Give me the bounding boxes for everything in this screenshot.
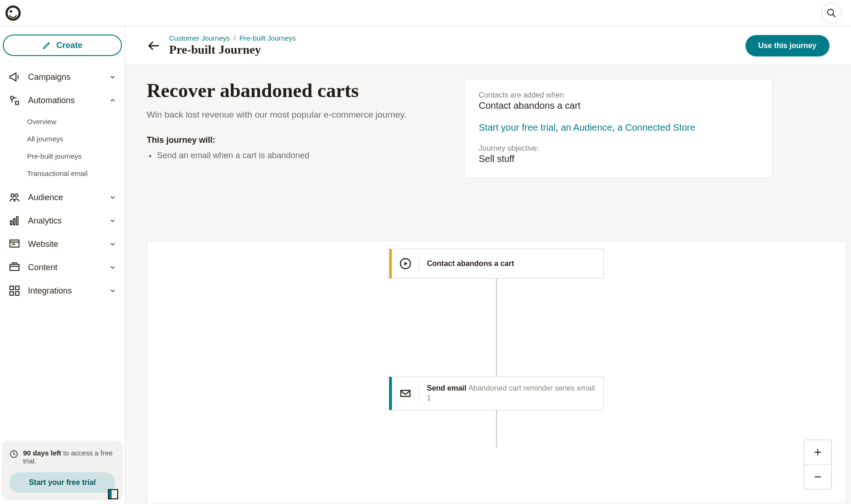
link-an-audience[interactable]: an Audience — [561, 122, 612, 133]
svg-rect-6 — [15, 101, 18, 105]
svg-point-8 — [15, 194, 18, 197]
zoom-controls: + − — [804, 440, 832, 490]
will-item: Send an email when a cart is abandoned — [157, 151, 446, 161]
zoom-out-button[interactable]: − — [804, 465, 831, 489]
svg-rect-13 — [10, 265, 19, 271]
search-icon — [826, 8, 837, 18]
link-start-free-trial[interactable]: Start your free trial — [479, 122, 556, 133]
svg-rect-11 — [16, 217, 18, 224]
crumb-customer-journeys[interactable]: Customer Journeys — [169, 34, 230, 42]
added-when-value: Contact abandons a cart — [479, 100, 758, 111]
svg-rect-12 — [10, 240, 19, 247]
subnav-transactional-email[interactable]: Transactional email — [27, 165, 125, 182]
start-node[interactable]: Contact abandons a cart — [389, 249, 604, 279]
create-button[interactable]: Create — [3, 35, 122, 56]
nav-integrations[interactable]: Integrations — [0, 279, 125, 302]
journey-description: Win back lost revenue with our most popu… — [147, 108, 446, 121]
page-title: Pre-built Journey — [169, 43, 296, 57]
svg-rect-17 — [15, 292, 19, 295]
arrow-left-icon — [147, 39, 161, 53]
zoom-in-button[interactable]: + — [804, 440, 831, 464]
svg-rect-15 — [15, 286, 19, 290]
objective-label: Journey objective: — [479, 144, 758, 153]
svg-rect-14 — [10, 286, 14, 290]
journey-info-panel: Contacts are added when Contact abandons… — [464, 79, 773, 178]
journey-canvas[interactable]: Contact abandons a cart Send email Aband… — [147, 241, 846, 504]
subnav-overview[interactable]: Overview — [27, 113, 125, 130]
chevron-down-icon — [109, 287, 116, 294]
svg-point-5 — [10, 96, 13, 99]
will-heading: This journey will: — [147, 135, 446, 145]
chevron-down-icon — [109, 240, 116, 248]
chevron-up-icon — [109, 97, 116, 104]
website-icon — [8, 238, 21, 250]
chevron-down-icon — [109, 264, 116, 271]
svg-rect-20 — [401, 390, 410, 396]
link-connected-store[interactable]: a Connected Store — [617, 122, 695, 133]
subnav-all-journeys[interactable]: All journeys — [27, 130, 125, 147]
svg-point-2 — [10, 10, 12, 12]
audience-icon — [8, 191, 21, 203]
chevron-down-icon — [109, 194, 116, 201]
integrations-icon — [8, 285, 21, 297]
svg-rect-10 — [14, 219, 15, 225]
create-label: Create — [56, 41, 82, 50]
nav-audience[interactable]: Audience — [0, 186, 125, 209]
email-node[interactable]: Send email Abandoned cart reminder serie… — [389, 377, 604, 410]
journey-heading: Recover abandoned carts — [147, 79, 446, 102]
sidebar-collapse-toggle[interactable] — [108, 489, 118, 499]
nav-analytics[interactable]: Analytics — [0, 209, 125, 232]
crumb-prebuilt-journeys[interactable]: Pre-built Journeys — [240, 34, 296, 42]
chevron-down-icon — [109, 217, 116, 224]
use-this-journey-button[interactable]: Use this journey — [745, 35, 830, 56]
svg-point-7 — [11, 194, 14, 197]
mailchimp-logo[interactable] — [5, 5, 21, 21]
nav-content[interactable]: Content — [0, 256, 125, 279]
chevron-down-icon — [109, 73, 116, 81]
back-button[interactable] — [147, 39, 161, 53]
automations-icon — [8, 94, 21, 106]
svg-point-1 — [7, 7, 18, 18]
content-icon — [8, 261, 21, 273]
trial-text: 90 days left to access a free trial. — [23, 449, 115, 465]
nav-automations[interactable]: Automations — [0, 89, 125, 112]
trial-card: 90 days left to access a free trial. Sta… — [2, 441, 123, 500]
analytics-icon — [8, 215, 21, 227]
svg-line-4 — [833, 14, 836, 17]
mail-icon — [399, 387, 411, 399]
megaphone-icon — [8, 71, 21, 83]
search-button[interactable] — [821, 3, 842, 23]
svg-rect-16 — [10, 292, 14, 295]
pencil-icon — [42, 41, 51, 50]
requirement-links: Start your free trial, an Audience, a Co… — [479, 122, 758, 133]
nav-website[interactable]: Website — [0, 232, 125, 256]
nav-campaigns[interactable]: Campaigns — [0, 65, 125, 89]
play-circle-icon — [399, 258, 411, 270]
objective-value: Sell stuff — [479, 154, 758, 164]
start-free-trial-button[interactable]: Start your free trial — [9, 472, 115, 493]
breadcrumb: Customer Journeys / Pre-built Journeys — [169, 34, 296, 42]
svg-rect-9 — [10, 221, 12, 225]
clock-icon — [9, 449, 18, 459]
subnav-prebuilt-journeys[interactable]: Pre-built journeys — [27, 147, 125, 165]
added-when-label: Contacts are added when — [479, 91, 758, 99]
